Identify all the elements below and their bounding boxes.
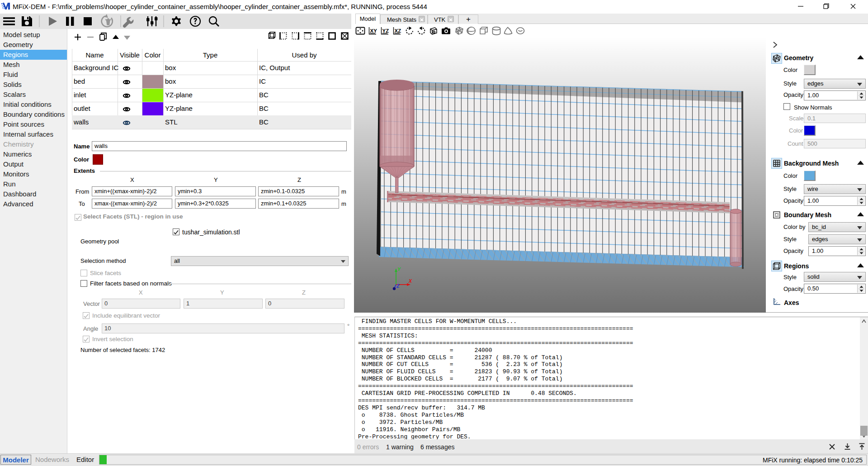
- svg-text:Y: Y: [397, 266, 401, 272]
- svg-text:X: X: [408, 278, 412, 284]
- svg-text:Z: Z: [396, 283, 400, 289]
- svg-text:XZ: XZ: [395, 28, 401, 33]
- svg-text:XY: XY: [370, 28, 377, 33]
- svg-text:YZ: YZ: [382, 28, 389, 33]
